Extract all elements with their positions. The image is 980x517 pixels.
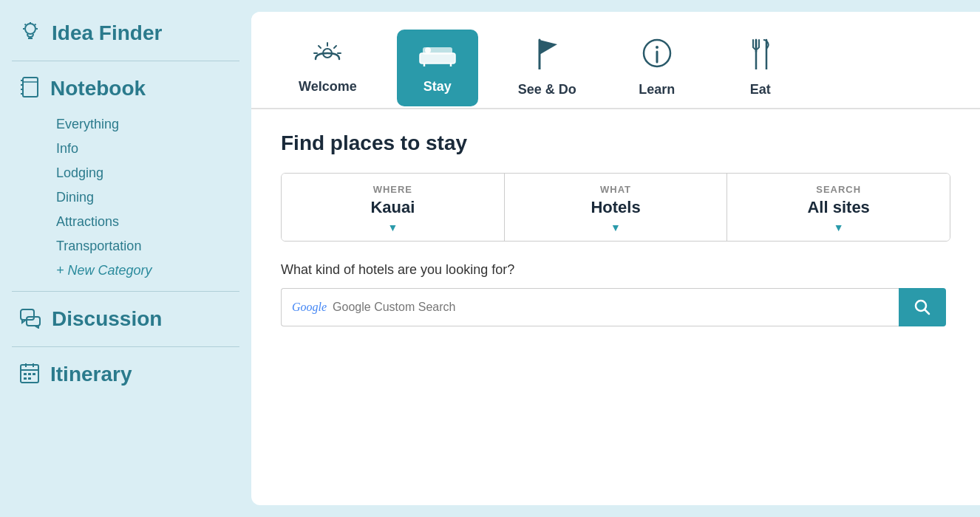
sidebar-notebook-label: Notebook <box>50 77 146 100</box>
itinerary-icon <box>19 362 40 387</box>
filter-what[interactable]: WHAT Hotels ▼ <box>505 174 728 241</box>
main-panel: Welcome Stay <box>251 12 980 505</box>
notebook-sub-everything[interactable]: Everything <box>53 113 239 136</box>
notebook-sub-attractions[interactable]: Attractions <box>53 210 239 233</box>
divider-1 <box>12 61 239 61</box>
filter-search[interactable]: SEARCH All sites ▼ <box>727 174 950 241</box>
search-button[interactable] <box>899 288 946 326</box>
page-content: Find places to stay WHERE Kauai ▼ WHAT H… <box>251 109 980 505</box>
filter-where[interactable]: WHERE Kauai ▼ <box>282 174 505 241</box>
search-input-wrap: Google <box>281 288 899 326</box>
sidebar-item-itinerary[interactable]: Itinerary <box>12 356 239 393</box>
svg-point-33 <box>425 47 431 53</box>
filter-where-value: Kauai <box>370 198 415 217</box>
filter-what-value: Hotels <box>591 198 640 217</box>
divider-2 <box>12 291 239 292</box>
tab-eat-label: Eat <box>750 82 771 97</box>
tab-learn[interactable]: Learn <box>616 27 698 109</box>
svg-point-0 <box>25 24 35 34</box>
notebook-sub-lodging[interactable]: Lodging <box>53 162 239 185</box>
svg-point-38 <box>656 46 659 49</box>
search-icon <box>914 299 930 315</box>
notebook-sub-info[interactable]: Info <box>53 137 239 160</box>
filter-what-label: WHAT <box>600 184 631 195</box>
sidebar-itinerary-label: Itinerary <box>50 363 132 386</box>
bed-icon <box>418 40 457 73</box>
google-label: Google <box>292 301 327 314</box>
tab-learn-label: Learn <box>639 82 675 97</box>
filter-where-arrow: ▼ <box>387 222 398 233</box>
flag-icon <box>534 37 560 76</box>
tab-stay[interactable]: Stay <box>397 30 478 106</box>
svg-rect-19 <box>24 373 27 375</box>
sidebar-discussion-label: Discussion <box>52 307 162 331</box>
svg-line-6 <box>35 24 36 26</box>
cutlery-icon <box>747 37 774 76</box>
lightbulb-icon <box>19 21 41 46</box>
svg-rect-22 <box>24 377 27 380</box>
svg-line-5 <box>25 24 27 26</box>
notebook-sub-new-category[interactable]: + New Category <box>53 259 239 282</box>
info-circle-icon <box>641 37 673 76</box>
tab-stay-label: Stay <box>423 79 452 95</box>
svg-rect-21 <box>33 373 35 375</box>
filter-what-arrow: ▼ <box>610 222 621 233</box>
tab-welcome[interactable]: Welcome <box>281 30 375 106</box>
notebook-icon <box>19 76 40 101</box>
tab-welcome-label: Welcome <box>299 79 357 95</box>
svg-rect-20 <box>28 373 31 375</box>
notebook-sub-transportation[interactable]: Transportation <box>53 235 239 258</box>
sunrise-icon <box>311 40 344 73</box>
sidebar-idea-finder-label: Idea Finder <box>52 21 162 45</box>
sidebar: Idea Finder Notebook Everything Info Lod… <box>0 0 251 517</box>
notebook-subitems: Everything Info Lodging Dining Attractio… <box>12 113 239 282</box>
search-prompt: What kind of hotels are you looking for? <box>281 262 950 278</box>
discussion-icon <box>19 307 41 332</box>
sidebar-item-discussion[interactable]: Discussion <box>12 301 239 338</box>
divider-3 <box>12 346 239 347</box>
page-title: Find places to stay <box>281 131 950 155</box>
filter-search-value: All sites <box>807 198 869 217</box>
sidebar-item-notebook[interactable]: Notebook <box>12 70 239 107</box>
svg-line-27 <box>334 46 336 48</box>
tab-eat[interactable]: Eat <box>720 27 801 109</box>
notebook-sub-dining[interactable]: Dining <box>53 186 239 209</box>
filter-where-label: WHERE <box>373 184 412 195</box>
svg-line-46 <box>925 309 929 314</box>
search-input[interactable] <box>333 301 888 314</box>
nav-tabs: Welcome Stay <box>251 12 980 109</box>
svg-rect-7 <box>23 78 38 97</box>
filter-search-arrow: ▼ <box>834 222 844 233</box>
filter-search-label: SEARCH <box>816 184 861 195</box>
svg-rect-30 <box>420 53 455 64</box>
tab-see-do-label: See & Do <box>518 82 576 97</box>
search-bar: Google <box>281 288 946 326</box>
tab-see-do[interactable]: See & Do <box>500 27 594 109</box>
sidebar-item-idea-finder[interactable]: Idea Finder <box>12 15 239 52</box>
filter-bar: WHERE Kauai ▼ WHAT Hotels ▼ SEARCH All s… <box>281 173 950 242</box>
svg-rect-23 <box>28 377 31 380</box>
svg-line-26 <box>319 46 321 48</box>
